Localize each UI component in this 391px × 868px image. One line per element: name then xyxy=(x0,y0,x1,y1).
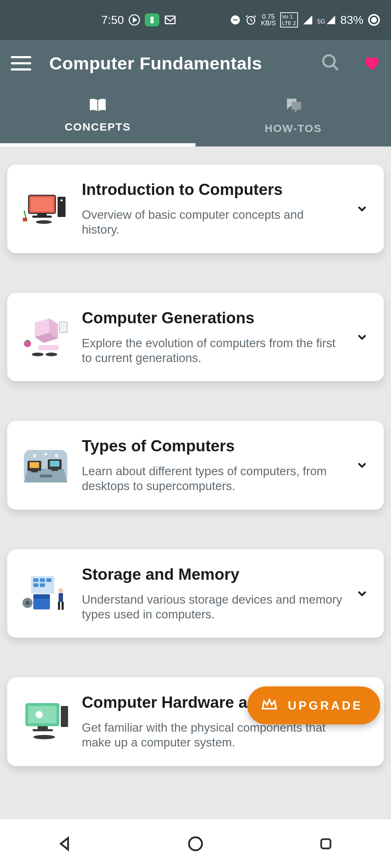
gmail-icon xyxy=(164,13,177,26)
svg-rect-27 xyxy=(38,345,59,350)
svg-rect-48 xyxy=(40,583,45,587)
nav-recent-button[interactable] xyxy=(314,832,337,855)
card-title: Computer Generations xyxy=(82,309,342,327)
svg-point-59 xyxy=(35,711,43,718)
svg-point-53 xyxy=(58,588,63,593)
svg-rect-4 xyxy=(165,16,175,24)
card-desc: Overview of basic computer concepts and … xyxy=(82,207,342,237)
svg-marker-1 xyxy=(133,18,136,22)
svg-rect-61 xyxy=(33,729,53,731)
app-badge-icon xyxy=(145,13,159,26)
svg-marker-64 xyxy=(61,838,68,850)
svg-rect-38 xyxy=(31,471,38,472)
menu-button[interactable] xyxy=(11,56,31,71)
card-desc: Understand various storage devices and m… xyxy=(82,592,342,622)
dnd-icon xyxy=(230,14,241,25)
tab-howtos[interactable]: HOW-TOS xyxy=(196,87,391,146)
svg-rect-18 xyxy=(32,216,52,218)
play-circle-icon xyxy=(128,14,140,26)
chevron-down-icon xyxy=(353,202,371,216)
svg-rect-26 xyxy=(59,322,67,333)
svg-marker-9 xyxy=(327,16,335,24)
svg-rect-47 xyxy=(33,583,38,587)
concept-card[interactable]: Computer Generations Explore the evoluti… xyxy=(7,293,384,382)
svg-rect-21 xyxy=(23,218,27,221)
upgrade-button[interactable]: UPGRADE xyxy=(247,686,380,724)
svg-point-30 xyxy=(46,353,57,356)
tab-concepts[interactable]: CONCEPTS xyxy=(0,87,196,146)
tab-label: HOW-TOS xyxy=(265,122,322,135)
concept-card[interactable]: Introduction to Computers Overview of ba… xyxy=(7,165,384,253)
card-title: Storage and Memory xyxy=(82,565,342,583)
svg-rect-66 xyxy=(321,839,331,848)
card-desc: Learn about different types of computers… xyxy=(82,464,342,494)
svg-rect-16 xyxy=(31,197,53,211)
status-right: 0.75 KB/S Vo 1 LTE 2 5G 83% xyxy=(230,12,380,27)
card-illustration-icon xyxy=(20,696,71,747)
svg-rect-37 xyxy=(30,462,39,468)
status-time: 7:50 xyxy=(101,13,124,27)
svg-point-33 xyxy=(55,454,58,458)
signal-icon xyxy=(302,14,313,25)
lte-badge: Vo 1 LTE 2 xyxy=(280,12,298,27)
svg-rect-17 xyxy=(37,213,47,216)
svg-point-29 xyxy=(32,353,43,356)
favorite-button[interactable] xyxy=(362,54,380,73)
svg-point-32 xyxy=(33,454,37,458)
search-button[interactable] xyxy=(321,53,340,74)
chevron-down-icon xyxy=(353,587,371,600)
signal-5g: 5G xyxy=(318,15,336,25)
network-speed: 0.75 KB/S xyxy=(261,13,276,26)
svg-point-22 xyxy=(36,220,52,224)
nav-back-button[interactable] xyxy=(54,832,77,855)
card-title: Introduction to Computers xyxy=(82,180,342,199)
svg-rect-50 xyxy=(33,594,50,599)
status-left: 7:50 xyxy=(101,13,177,27)
alarm-icon xyxy=(245,14,257,26)
svg-point-34 xyxy=(44,453,47,456)
chevron-down-icon xyxy=(353,458,371,472)
svg-rect-55 xyxy=(58,602,60,610)
battery-circle-icon xyxy=(368,14,380,26)
card-desc: Get familiar with the physical component… xyxy=(82,720,342,750)
svg-rect-42 xyxy=(40,475,52,477)
svg-rect-44 xyxy=(33,578,38,582)
svg-rect-56 xyxy=(62,602,64,610)
card-illustration-icon xyxy=(20,440,71,490)
svg-rect-3 xyxy=(151,20,154,23)
battery-percent: 83% xyxy=(340,13,363,27)
svg-point-2 xyxy=(151,17,154,20)
nav-home-button[interactable] xyxy=(184,832,207,855)
svg-rect-62 xyxy=(61,706,68,727)
card-desc: Explore the evolution of computers from … xyxy=(82,336,342,366)
crown-icon xyxy=(260,695,278,716)
svg-rect-41 xyxy=(51,469,58,471)
tab-label: CONCEPTS xyxy=(65,121,131,133)
card-illustration-icon xyxy=(20,312,71,362)
concept-card[interactable]: Types of Computers Learn about different… xyxy=(7,421,384,510)
svg-marker-8 xyxy=(303,16,312,25)
status-bar: 7:50 0.75 KB/S Vo 1 LTE 2 5G xyxy=(0,0,391,40)
svg-rect-40 xyxy=(50,461,59,467)
svg-point-11 xyxy=(372,18,376,22)
svg-rect-45 xyxy=(40,578,45,582)
svg-line-13 xyxy=(333,65,338,70)
svg-point-20 xyxy=(60,199,63,201)
chat-icon xyxy=(284,95,303,116)
card-illustration-icon xyxy=(20,568,71,619)
svg-point-12 xyxy=(323,55,335,67)
svg-rect-54 xyxy=(59,593,63,602)
svg-rect-6 xyxy=(233,20,237,21)
card-illustration-icon xyxy=(20,183,71,234)
app-bar: Computer Fundamentals xyxy=(0,40,391,87)
upgrade-label: UPGRADE xyxy=(288,699,363,712)
svg-point-65 xyxy=(189,837,202,850)
svg-rect-60 xyxy=(38,726,48,729)
concept-card[interactable]: Storage and Memory Understand various st… xyxy=(7,549,384,638)
page-title: Computer Fundamentals xyxy=(49,53,262,73)
svg-rect-46 xyxy=(46,578,51,582)
book-icon xyxy=(88,97,108,114)
svg-point-63 xyxy=(33,735,55,739)
system-navbar xyxy=(0,819,391,868)
tabs: CONCEPTS HOW-TOS xyxy=(0,87,391,146)
